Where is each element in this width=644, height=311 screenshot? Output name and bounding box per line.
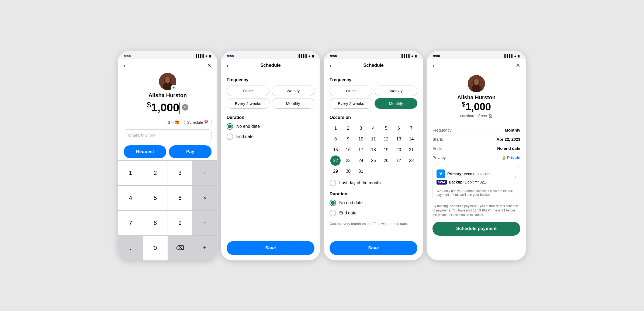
cal-31[interactable]: 31 xyxy=(355,166,367,176)
last-day-row-3[interactable]: Last day of the month xyxy=(330,180,417,186)
key-9[interactable]: 9 xyxy=(168,211,192,235)
close-icon-4[interactable]: ✕ xyxy=(516,62,520,69)
no-end-label-2: No end date xyxy=(236,124,260,129)
cal-1[interactable]: 1 xyxy=(330,123,342,133)
chevron-right-icon: › xyxy=(515,175,516,179)
cal-6[interactable]: 6 xyxy=(393,123,405,133)
key-2[interactable]: 2 xyxy=(143,161,168,185)
end-date-radio-3[interactable] xyxy=(330,210,336,216)
key-4[interactable]: 4 xyxy=(118,186,143,210)
close-icon-1[interactable]: ✕ xyxy=(207,62,212,69)
key-1[interactable]: 1 xyxy=(118,161,143,185)
request-btn[interactable]: Request xyxy=(124,145,166,158)
end-date-radio-2[interactable] xyxy=(227,133,233,140)
freq-once-2[interactable]: Once xyxy=(227,86,269,96)
back-btn-3[interactable]: ‹ xyxy=(330,62,331,69)
save-btn-3[interactable]: Save xyxy=(330,241,417,255)
cal-11[interactable]: 11 xyxy=(368,134,380,144)
cal-27[interactable]: 27 xyxy=(393,156,405,166)
no-end-row-3[interactable]: No end date xyxy=(330,200,417,206)
freq-2weeks-3[interactable]: Every 2 weeks xyxy=(330,98,372,109)
back-btn-2[interactable]: ‹ xyxy=(227,62,228,69)
freq-monthly-3[interactable]: Monthly xyxy=(375,98,417,109)
ends-detail-row: Ends No end date xyxy=(432,144,520,153)
cal-16[interactable]: 16 xyxy=(342,145,354,155)
cal-29[interactable]: 29 xyxy=(330,166,342,176)
cal-14[interactable]: 14 xyxy=(405,134,417,144)
key-multiply[interactable]: × xyxy=(192,186,217,210)
schedule-payment-btn[interactable]: Schedule payment xyxy=(432,222,520,236)
freq-2weeks-2[interactable]: Every 2 weeks xyxy=(227,98,269,109)
last-day-radio-3[interactable] xyxy=(330,180,336,186)
lock-icon: 🔒 xyxy=(502,156,506,160)
cal-5[interactable]: 5 xyxy=(380,123,392,133)
back-icon-4[interactable]: ‹ xyxy=(432,62,434,69)
key-5[interactable]: 5 xyxy=(143,186,168,210)
cal-19[interactable]: 19 xyxy=(380,145,392,155)
no-end-row-2[interactable]: No end date xyxy=(227,123,314,130)
cal-8[interactable]: 8 xyxy=(330,134,342,144)
payment-card-row: V Primary: Venmo balance VISA Backup: De… xyxy=(437,169,516,185)
gift-btn[interactable]: Gift 🎁 xyxy=(165,119,182,126)
key-0[interactable]: 0 xyxy=(143,236,168,260)
last-day-label-3: Last day of the month xyxy=(339,181,381,185)
back-icon-1[interactable]: ‹ xyxy=(124,62,126,69)
avatar-wrap-1: + xyxy=(159,73,176,90)
privacy-detail-value: 🔒Private xyxy=(502,155,520,160)
cal-23[interactable]: 23 xyxy=(342,156,354,166)
cal-20[interactable]: 20 xyxy=(393,145,405,155)
cal-28[interactable]: 28 xyxy=(405,156,417,166)
cal-17[interactable]: 17 xyxy=(355,145,367,155)
key-divide[interactable]: ÷ xyxy=(192,161,217,185)
wifi-icon-3: ▲ xyxy=(411,54,414,58)
cal-25[interactable]: 25 xyxy=(368,156,380,166)
avatar-plus-btn[interactable]: + xyxy=(171,85,176,90)
payment-card[interactable]: V Primary: Venmo balance VISA Backup: De… xyxy=(432,166,520,200)
no-end-radio-2[interactable] xyxy=(227,123,233,130)
venmo-row: V Primary: Venmo balance xyxy=(437,169,490,178)
key-6[interactable]: 6 xyxy=(168,186,192,210)
battery-icon-3: ▮ xyxy=(415,54,417,58)
cal-22-selected[interactable]: 22 xyxy=(330,156,341,166)
cal-15[interactable]: 15 xyxy=(330,145,342,155)
cal-18[interactable]: 18 xyxy=(368,145,380,155)
cal-10[interactable]: 10 xyxy=(355,134,367,144)
cal-7[interactable]: 7 xyxy=(405,123,417,133)
cal-13[interactable]: 13 xyxy=(393,134,405,144)
cal-2[interactable]: 2 xyxy=(342,123,354,133)
cal-24[interactable]: 24 xyxy=(355,156,367,166)
cal-3[interactable]: 3 xyxy=(355,123,367,133)
privacy-detail-row[interactable]: Privacy 🔒Private xyxy=(432,153,520,162)
cal-26[interactable]: 26 xyxy=(380,156,392,166)
cal-21[interactable]: 21 xyxy=(405,145,417,155)
clear-amount-btn[interactable]: ✕ xyxy=(182,104,188,111)
cal-30[interactable]: 30 xyxy=(342,166,354,176)
status-icons-1: ▐▐▐▐ ▲ ▮ xyxy=(195,54,211,58)
cal-9[interactable]: 9 xyxy=(342,134,354,144)
end-date-row-3[interactable]: End date xyxy=(330,210,417,216)
freq-weekly-3[interactable]: Weekly xyxy=(375,86,417,96)
schedule-header-3: ‹ Schedule xyxy=(324,59,423,72)
no-end-radio-3[interactable] xyxy=(330,200,336,206)
key-8[interactable]: 8 xyxy=(143,211,168,235)
freq-once-3[interactable]: Once xyxy=(330,86,372,96)
pay-btn[interactable]: Pay xyxy=(169,145,212,158)
cal-4[interactable]: 4 xyxy=(368,123,380,133)
schedule-btn[interactable]: Schedule 📅 xyxy=(184,119,212,126)
freq-monthly-2[interactable]: Monthly xyxy=(272,98,314,109)
key-3[interactable]: 3 xyxy=(168,161,192,185)
key-minus[interactable]: − xyxy=(192,211,217,235)
key-7[interactable]: 7 xyxy=(118,211,143,235)
cal-12[interactable]: 12 xyxy=(380,134,392,144)
time-2: 9:00 xyxy=(227,54,234,58)
key-backspace[interactable]: ⌫ xyxy=(168,236,192,260)
what-for-input[interactable]: What's this for? xyxy=(124,129,212,141)
visa-icon: VISA xyxy=(437,180,447,185)
end-date-row-2[interactable]: End date xyxy=(227,133,314,140)
schedule-title-2: Schedule xyxy=(260,63,281,68)
freq-weekly-2[interactable]: Weekly xyxy=(272,86,314,96)
key-plus[interactable]: + xyxy=(192,236,217,260)
save-btn-2[interactable]: Save xyxy=(227,241,314,255)
key-dot[interactable]: . xyxy=(118,236,143,260)
backup-payment-text: Backup: Debit **4321 xyxy=(449,180,486,184)
